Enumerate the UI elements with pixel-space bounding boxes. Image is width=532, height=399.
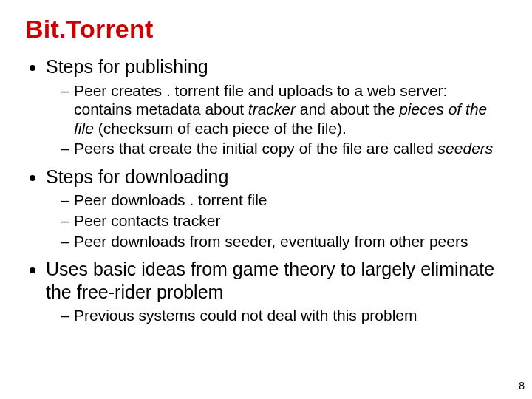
text-part: (checksum of each piece of the file). (94, 120, 347, 137)
sub-bullet-download-torrent: Peer downloads . torrent file (61, 191, 507, 210)
sub-bullet-download-seeder: Peer downloads from seeder, eventually f… (61, 232, 507, 251)
bullet-game-theory: Uses basic ideas from game theory to lar… (46, 258, 507, 325)
italic-seeders: seeders (438, 140, 494, 157)
bullet-steps-publishing: Steps for publishing Peer creates . torr… (46, 55, 507, 158)
text-part: Peers that create the initial copy of th… (74, 140, 438, 157)
sub-bullet-peer-creates: Peer creates . torrent file and uploads … (61, 81, 507, 138)
bullet-list: Steps for publishing Peer creates . torr… (25, 55, 507, 325)
slide: Bit.Torrent Steps for publishing Peer cr… (0, 0, 532, 399)
sub-bullet-list: Previous systems could not deal with thi… (46, 306, 507, 325)
italic-tracker: tracker (248, 100, 296, 117)
text-part: and about the (296, 100, 399, 117)
sub-bullet-contact-tracker: Peer contacts tracker (61, 211, 507, 231)
bullet-text: Steps for downloading (46, 166, 228, 187)
page-number: 8 (519, 380, 525, 392)
sub-bullet-list: Peer creates . torrent file and uploads … (46, 81, 507, 158)
bullet-text: Steps for publishing (46, 56, 208, 77)
slide-title: Bit.Torrent (25, 15, 507, 44)
sub-bullet-list: Peer downloads . torrent file Peer conta… (46, 191, 507, 250)
bullet-steps-downloading: Steps for downloading Peer downloads . t… (46, 166, 507, 250)
bullet-text: Uses basic ideas from game theory to lar… (46, 259, 494, 302)
sub-bullet-previous-systems: Previous systems could not deal with thi… (61, 306, 507, 325)
sub-bullet-seeders: Peers that create the initial copy of th… (61, 139, 507, 158)
